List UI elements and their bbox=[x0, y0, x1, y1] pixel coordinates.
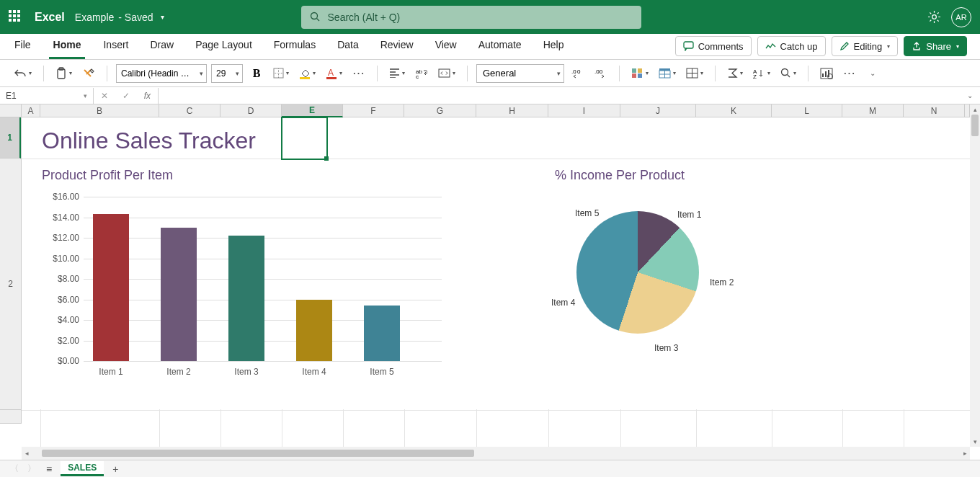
name-box[interactable]: E1▾ bbox=[0, 88, 94, 104]
tab-page-layout[interactable]: Page Layout bbox=[184, 32, 263, 59]
column-header-B[interactable]: B bbox=[40, 104, 159, 117]
cancel-formula-icon[interactable]: ✕ bbox=[101, 91, 108, 101]
tab-home[interactable]: Home bbox=[49, 32, 86, 59]
app-launcher-icon[interactable] bbox=[9, 10, 23, 24]
increase-decimal-button[interactable]: .00 bbox=[569, 63, 587, 84]
font-color-button[interactable]: A▾ bbox=[323, 63, 345, 84]
autosum-button[interactable]: ▾ bbox=[724, 63, 746, 84]
search-box[interactable]: Search (Alt + Q) bbox=[301, 6, 641, 29]
wrap-text-button[interactable]: abc bbox=[412, 63, 431, 84]
sort-filter-button[interactable]: AZ▾ bbox=[750, 63, 773, 84]
column-header-A[interactable]: A bbox=[22, 104, 40, 117]
all-sheets-button[interactable]: ≡ bbox=[40, 463, 58, 475]
column-header-D[interactable]: D bbox=[220, 104, 282, 117]
format-painter-button[interactable] bbox=[79, 63, 98, 84]
scroll-down-arrow-icon[interactable]: ▾ bbox=[970, 437, 980, 447]
share-label: Share bbox=[926, 41, 951, 52]
pie-label-Item-3: Item 3 bbox=[654, 343, 678, 353]
pie-label-Item-1: Item 1 bbox=[677, 210, 701, 220]
doc-menu-caret-icon[interactable]: ▾ bbox=[161, 13, 164, 21]
undo-button[interactable]: ▾ bbox=[12, 63, 35, 84]
settings-gear-icon[interactable] bbox=[927, 10, 941, 24]
paste-button[interactable]: ▾ bbox=[53, 63, 75, 84]
number-format-select[interactable]: General bbox=[476, 64, 564, 83]
scroll-left-arrow-icon[interactable]: ◂ bbox=[22, 450, 32, 457]
add-sheet-button[interactable]: + bbox=[112, 463, 118, 475]
sheet-tab-active[interactable]: SALES bbox=[61, 461, 104, 476]
fill-color-button[interactable]: ▾ bbox=[296, 63, 318, 84]
collapse-ribbon-button[interactable]: ⌄ bbox=[863, 63, 882, 84]
find-button[interactable]: ▾ bbox=[778, 63, 799, 84]
row-header-blank[interactable] bbox=[0, 410, 21, 424]
bar-y-tick: $6.00 bbox=[42, 295, 79, 305]
sheet-content[interactable]: Online Sales Tracker Product Profit Per … bbox=[22, 117, 970, 447]
column-header-J[interactable]: J bbox=[620, 104, 696, 117]
svg-rect-18 bbox=[632, 68, 636, 73]
tab-automate[interactable]: Automate bbox=[468, 32, 533, 59]
svg-text:0: 0 bbox=[577, 68, 581, 75]
more-commands-button[interactable]: ⋯ bbox=[840, 63, 859, 84]
font-family-select[interactable]: Calibri (Headin … bbox=[116, 64, 207, 83]
cell-styles-button[interactable]: ▾ bbox=[683, 63, 706, 84]
conditional-formatting-button[interactable]: ▾ bbox=[628, 63, 651, 84]
svg-text:.0: .0 bbox=[571, 68, 576, 75]
decrease-decimal-button[interactable]: .00 bbox=[592, 63, 610, 84]
font-size-select[interactable]: 29 bbox=[211, 64, 243, 83]
column-header-K[interactable]: K bbox=[696, 104, 772, 117]
scroll-up-arrow-icon[interactable]: ▴ bbox=[970, 104, 980, 115]
editing-label: Editing bbox=[854, 41, 883, 52]
pie-label-Item-5: Item 5 bbox=[575, 208, 599, 218]
svg-rect-20 bbox=[632, 73, 636, 78]
search-placeholder: Search (Alt + Q) bbox=[328, 12, 401, 23]
vertical-scrollbar[interactable]: ▴ ▾ bbox=[970, 104, 980, 447]
column-header-L[interactable]: L bbox=[772, 104, 842, 117]
catch-up-button[interactable]: Catch up bbox=[757, 36, 826, 56]
tab-file[interactable]: File bbox=[13, 32, 42, 59]
expand-formula-bar-icon[interactable]: ⌄ bbox=[967, 92, 973, 99]
tab-view[interactable]: View bbox=[424, 32, 468, 59]
tab-formulas[interactable]: Formulas bbox=[263, 32, 326, 59]
comments-label: Comments bbox=[698, 41, 744, 52]
user-avatar[interactable]: AR bbox=[951, 7, 971, 27]
bar-y-tick: $2.00 bbox=[42, 336, 79, 346]
column-header-N[interactable]: N bbox=[904, 104, 965, 117]
column-header-F[interactable]: F bbox=[343, 104, 404, 117]
tab-insert[interactable]: Insert bbox=[92, 32, 139, 59]
borders-button[interactable]: ▾ bbox=[270, 63, 292, 84]
format-as-table-button[interactable]: ▾ bbox=[656, 63, 679, 84]
column-header-G[interactable]: G bbox=[404, 104, 476, 117]
select-all-corner[interactable] bbox=[0, 104, 22, 117]
column-headers: ABCDEFGHIJKLMN bbox=[0, 104, 970, 117]
column-header-I[interactable]: I bbox=[548, 104, 620, 117]
svg-line-32 bbox=[788, 75, 790, 78]
tab-draw[interactable]: Draw bbox=[139, 32, 184, 59]
more-font-options-button[interactable]: ⋯ bbox=[349, 63, 368, 84]
row-header-1[interactable]: 1 bbox=[0, 117, 21, 159]
next-sheet-button[interactable]: 〉 bbox=[23, 463, 40, 475]
align-left-button[interactable]: ▾ bbox=[386, 63, 408, 84]
vertical-scroll-thumb[interactable] bbox=[971, 115, 979, 136]
analyze-data-button[interactable] bbox=[817, 63, 836, 84]
editing-mode-button[interactable]: Editing▾ bbox=[832, 36, 899, 56]
scroll-right-arrow-icon[interactable]: ▸ bbox=[960, 450, 970, 457]
column-header-M[interactable]: M bbox=[842, 104, 904, 117]
prev-sheet-button[interactable]: 〈 bbox=[6, 463, 23, 475]
enter-formula-icon[interactable]: ✓ bbox=[122, 91, 130, 101]
horizontal-scrollbar[interactable]: ◂ ▸ bbox=[22, 447, 970, 460]
column-header-E[interactable]: E bbox=[282, 104, 343, 117]
fx-icon[interactable]: fx bbox=[144, 91, 151, 101]
tab-help[interactable]: Help bbox=[533, 32, 575, 59]
row-header-2[interactable]: 2 bbox=[0, 159, 21, 410]
column-header-H[interactable]: H bbox=[476, 104, 548, 117]
bar-y-tick: $8.00 bbox=[42, 274, 79, 284]
bold-button[interactable]: B bbox=[247, 63, 266, 84]
comments-button[interactable]: Comments bbox=[675, 36, 752, 56]
document-name[interactable]: Example bbox=[75, 12, 114, 23]
column-header-C[interactable]: C bbox=[159, 104, 220, 117]
tab-review[interactable]: Review bbox=[370, 32, 424, 59]
tab-data[interactable]: Data bbox=[326, 32, 370, 59]
share-button[interactable]: Share▾ bbox=[904, 36, 967, 56]
app-name: Excel bbox=[35, 11, 65, 24]
horizontal-scroll-thumb[interactable] bbox=[42, 450, 474, 457]
merge-cells-button[interactable]: ▾ bbox=[435, 63, 458, 84]
